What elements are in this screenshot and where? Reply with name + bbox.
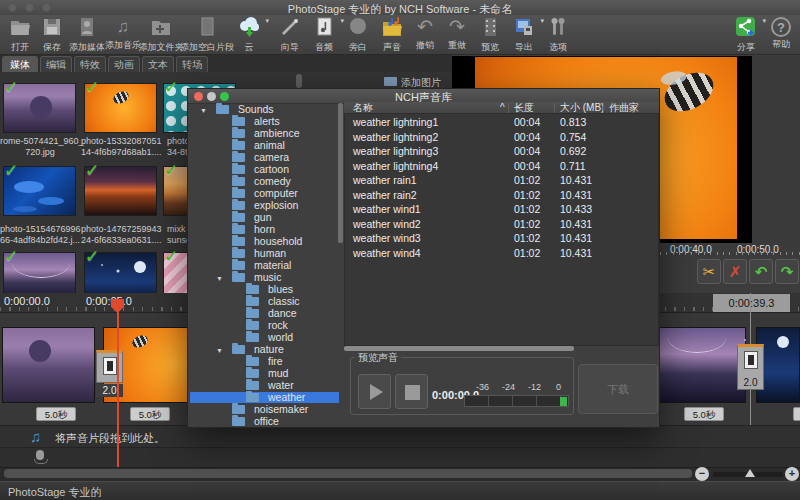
- tree-item[interactable]: horn: [190, 224, 336, 235]
- tree-item[interactable]: alerts: [190, 116, 336, 127]
- playhead-line[interactable]: [117, 299, 119, 467]
- column-header-name[interactable]: 名称: [353, 102, 373, 114]
- sound-row[interactable]: weather rain101:0210.431: [345, 173, 658, 187]
- sound-row[interactable]: weather lightning200:040.754: [345, 130, 658, 144]
- sound-row[interactable]: weather lightning100:040.813: [345, 115, 658, 129]
- tree-item[interactable]: mud: [190, 368, 336, 379]
- tree-item[interactable]: rock: [190, 320, 336, 331]
- cut-clip-button[interactable]: ✂: [697, 259, 721, 284]
- sound-row[interactable]: weather wind401:0210.431: [345, 246, 658, 260]
- folder-icon: [232, 273, 245, 282]
- disclosure-triangle-icon[interactable]: ▼: [216, 273, 223, 284]
- tree-item[interactable]: explosion: [190, 200, 336, 211]
- undo-button[interactable]: ↶ 撤销: [408, 16, 442, 54]
- tree-item[interactable]: ambience: [190, 128, 336, 139]
- window-titlebar[interactable]: PhotoStage 专业的 by NCH Software - 未命名: [0, 0, 800, 15]
- play-sound-button[interactable]: [358, 374, 391, 409]
- zoom-out-button[interactable]: −: [695, 467, 709, 481]
- audio-button[interactable]: 音频 ▾: [306, 16, 342, 54]
- tree-item[interactable]: household: [190, 236, 336, 247]
- tree-item-sounds[interactable]: ▼Sounds: [190, 104, 336, 115]
- add-blank-clip-button[interactable]: 添加空白片段: [178, 16, 236, 54]
- column-header-length[interactable]: 长度: [514, 102, 534, 114]
- tab-edit[interactable]: 编辑: [40, 56, 72, 72]
- clip-duration-label: 5.0秒: [793, 407, 800, 421]
- export-video-icon: [512, 30, 536, 40]
- redo-timeline-button[interactable]: ↷: [775, 259, 799, 284]
- folder-icon: [216, 105, 229, 114]
- tree-item[interactable]: world: [190, 332, 336, 343]
- tree-item[interactable]: gun: [190, 212, 336, 223]
- folder-icon: [232, 417, 245, 426]
- help-button[interactable]: ? 帮助: [762, 16, 800, 54]
- tree-item[interactable]: material: [190, 260, 336, 271]
- music-notes-icon: ♫: [30, 428, 41, 445]
- column-header-composer[interactable]: 作曲家: [609, 102, 639, 114]
- tree-item[interactable]: camera: [190, 152, 336, 163]
- tree-scrollbar[interactable]: [338, 103, 343, 243]
- tree-item[interactable]: comedy: [190, 176, 336, 187]
- stop-sound-button[interactable]: [395, 374, 428, 409]
- tab-transitions[interactable]: 转场: [176, 56, 208, 72]
- sound-row[interactable]: weather wind301:0210.431: [345, 231, 658, 245]
- transition-icon[interactable]: 2.0: [737, 344, 764, 390]
- tree-item[interactable]: computer: [190, 188, 336, 199]
- sound-row[interactable]: weather lightning300:040.692: [345, 144, 658, 158]
- folder-icon: [232, 153, 245, 162]
- zoom-in-button[interactable]: +: [785, 467, 799, 481]
- tree-item[interactable]: office: [190, 416, 336, 427]
- tree-item[interactable]: human: [190, 248, 336, 259]
- tree-item-weather-selected[interactable]: weather: [190, 392, 339, 403]
- sound-row[interactable]: weather wind201:0210.431: [345, 217, 658, 231]
- folder-icon: [232, 117, 245, 126]
- tab-text[interactable]: 文本: [142, 56, 174, 72]
- narration-button[interactable]: 旁白: [340, 16, 376, 54]
- undo-timeline-button[interactable]: ↶: [749, 259, 773, 284]
- share-button[interactable]: 分享 ▾: [726, 16, 766, 54]
- sound-row[interactable]: weather wind101:0210.433: [345, 202, 658, 216]
- timeline-scrollbar-thumb[interactable]: [4, 469, 692, 478]
- clip-duration-label: 5.0秒: [130, 407, 170, 421]
- tree-item[interactable]: blues: [190, 284, 336, 295]
- tree-item[interactable]: water: [190, 380, 336, 391]
- tree-item[interactable]: cartoon: [190, 164, 336, 175]
- folder-icon: [246, 321, 259, 330]
- minus-icon: −: [699, 467, 705, 479]
- options-button[interactable]: 选项: [540, 16, 576, 54]
- zoom-slider-thumb[interactable]: [745, 469, 755, 477]
- tab-effects[interactable]: 特效: [74, 56, 106, 72]
- sound-row[interactable]: weather rain201:0210.431: [345, 188, 658, 202]
- checkmark-icon: ✓: [85, 164, 99, 178]
- cloud-button[interactable]: 云 ▾: [231, 16, 267, 54]
- folder-icon: [232, 177, 245, 186]
- wizard-button[interactable]: 向导: [272, 16, 308, 54]
- microphone-icon: [36, 450, 44, 460]
- chevron-down-icon[interactable]: ▾: [265, 17, 269, 25]
- tree-item[interactable]: classic: [190, 296, 336, 307]
- tree-item[interactable]: noisemaker: [190, 404, 336, 415]
- tab-media[interactable]: 媒体: [2, 56, 38, 72]
- preview-button[interactable]: 预览: [472, 16, 508, 54]
- tree-item-nature[interactable]: ▼nature: [190, 344, 336, 355]
- narration-track[interactable]: [0, 447, 800, 467]
- tree-item[interactable]: dance: [190, 308, 336, 319]
- redo-icon: ↷: [449, 16, 465, 37]
- timeline-clip-rome[interactable]: [2, 327, 95, 403]
- delete-clip-button[interactable]: ✗: [723, 259, 747, 284]
- undo-icon: ↶: [755, 263, 768, 280]
- redo-button[interactable]: ↷ 重做: [440, 16, 474, 54]
- media-panel-scrollbar[interactable]: [296, 74, 302, 88]
- tree-item-music[interactable]: ▼music: [190, 272, 336, 283]
- tree-item[interactable]: animal: [190, 140, 336, 151]
- timeline-clip-bridge-dusk[interactable]: [659, 327, 746, 403]
- download-button[interactable]: 下载: [578, 364, 658, 414]
- export-button[interactable]: 导出 ▾: [506, 16, 542, 54]
- disclosure-triangle-icon[interactable]: ▼: [216, 345, 223, 356]
- tree-item[interactable]: fire: [190, 356, 336, 367]
- sound-library-button[interactable]: 声音: [374, 16, 410, 54]
- disclosure-triangle-icon[interactable]: ▼: [200, 105, 207, 116]
- audio-file-icon: [312, 30, 336, 40]
- tab-animation[interactable]: 动画: [108, 56, 140, 72]
- column-header-size[interactable]: 大小 (MB): [560, 102, 604, 114]
- sound-row[interactable]: weather lightning400:040.711: [345, 159, 658, 173]
